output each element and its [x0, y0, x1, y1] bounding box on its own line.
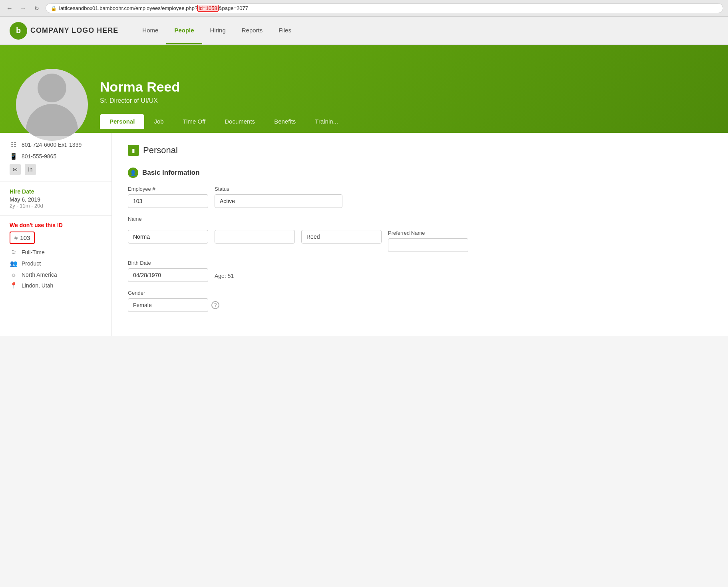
first-name-input[interactable]	[128, 230, 208, 244]
nav-hiring[interactable]: Hiring	[202, 17, 234, 44]
office-phone-item: ☷ 801-724-6600 Ext. 1339	[10, 141, 102, 148]
location-icon: 📍	[10, 282, 18, 289]
social-icons: ✉ in	[10, 164, 102, 175]
hire-date-label: Hire Date	[10, 188, 102, 195]
birth-date-input[interactable]	[128, 268, 208, 282]
division-item: ☼ North America	[10, 271, 102, 278]
tab-benefits[interactable]: Benefits	[265, 114, 305, 129]
email-icon[interactable]: ✉	[10, 164, 21, 175]
department: Product	[22, 260, 41, 267]
tab-documents[interactable]: Documents	[215, 114, 265, 129]
employee-id: 103	[20, 234, 30, 241]
employee-num-label: Employee #	[128, 186, 208, 192]
first-name-group	[128, 230, 208, 252]
content-wrapper: ☷ 801-724-6600 Ext. 1339 📱 801-555-9865 …	[0, 133, 728, 336]
office-phone-icon: ☷	[10, 141, 18, 148]
birth-date-group: Birth Date	[128, 260, 208, 282]
forward-button[interactable]: →	[18, 4, 28, 13]
nav-reports[interactable]: Reports	[234, 17, 271, 44]
tab-job[interactable]: Job	[144, 114, 173, 129]
contact-section: ☷ 801-724-6600 Ext. 1339 📱 801-555-9865 …	[0, 141, 111, 182]
department-icon: 👥	[10, 260, 18, 267]
profile-hero: Norma Reed Sr. Director of UI/UX Persona…	[0, 45, 728, 133]
avatar-container	[16, 69, 88, 141]
middle-name-input[interactable]	[215, 230, 295, 244]
location: Lindon, Utah	[22, 282, 53, 289]
back-button[interactable]: ←	[5, 4, 14, 13]
sidebar: ☷ 801-724-6600 Ext. 1339 📱 801-555-9865 …	[0, 133, 112, 336]
employee-num-input[interactable]	[128, 194, 208, 208]
birth-date-label: Birth Date	[128, 260, 208, 266]
nav-home[interactable]: Home	[134, 17, 166, 44]
last-name-input[interactable]	[301, 230, 382, 244]
subsection-header: 👤 Basic Information	[128, 168, 712, 178]
name-row: Name	[128, 216, 712, 222]
birth-date-row: Birth Date Age: 51	[128, 260, 712, 282]
profile-job-title: Sr. Director of UI/UX	[100, 97, 712, 104]
linkedin-icon[interactable]: in	[25, 164, 36, 175]
address-bar-wrapper: 🔒 latticesandbox01.bamboohr.com/employee…	[46, 3, 723, 13]
gender-label: Gender	[128, 290, 219, 296]
department-item: 👥 Product	[10, 260, 102, 267]
name-label-group: Name	[128, 216, 142, 222]
url-id-highlight: id=1058	[197, 5, 219, 12]
company-logo: b	[10, 22, 27, 40]
mobile-phone-item: 📱 801-555-9865	[10, 152, 102, 160]
employee-status-row: Employee # Status	[128, 186, 712, 208]
meta-list: ⚞ Full-Time 👥 Product ☼ North America 📍 …	[0, 249, 111, 289]
office-phone: 801-724-6600 Ext. 1339	[22, 142, 82, 148]
status-label: Status	[215, 186, 342, 192]
last-name-group	[301, 230, 382, 252]
mobile-phone: 801-555-9865	[22, 153, 56, 160]
hire-date-section: Hire Date May 6, 2019 2y - 11m - 20d	[0, 188, 111, 216]
gender-row: Gender ?	[128, 290, 712, 312]
employment-type-icon: ⚞	[10, 249, 18, 256]
employee-id-badge: # 103	[10, 232, 35, 244]
url-suffix: &page=2077	[219, 5, 248, 11]
lock-icon: 🔒	[51, 6, 57, 11]
preferred-name-input[interactable]	[388, 238, 468, 252]
profile-name: Norma Reed	[100, 79, 712, 95]
main-panel: ▮ Personal 👤 Basic Information Employee …	[112, 133, 728, 336]
preferred-name-label: Preferred Name	[388, 230, 468, 236]
name-inputs-row: Preferred Name	[128, 230, 712, 252]
mobile-phone-icon: 📱	[10, 152, 18, 160]
location-item: 📍 Lindon, Utah	[10, 282, 102, 289]
preferred-name-group: Preferred Name	[388, 230, 468, 252]
avatar-body	[26, 104, 78, 136]
reload-button[interactable]: ↻	[32, 4, 42, 13]
we-use-id-label: We use this ID	[367, 0, 402, 0]
nav-files[interactable]: Files	[271, 17, 299, 44]
hire-date-duration: 2y - 11m - 20d	[10, 203, 102, 209]
avatar	[16, 69, 88, 141]
nav-people[interactable]: People	[166, 17, 202, 44]
division-icon: ☼	[10, 271, 18, 278]
section-header: ▮ Personal	[128, 145, 712, 161]
personal-section-icon: ▮	[128, 145, 139, 156]
tab-training[interactable]: Trainin...	[305, 114, 348, 129]
url-prefix: latticesandbox01.bamboohr.com/employees/…	[59, 5, 197, 11]
gender-group: Gender ?	[128, 290, 219, 312]
url-text: latticesandbox01.bamboohr.com/employees/…	[59, 5, 248, 11]
employment-type-item: ⚞ Full-Time	[10, 249, 102, 256]
age-display: Age: 51	[215, 260, 234, 282]
hash-icon: #	[14, 234, 18, 241]
middle-name-group	[215, 230, 295, 252]
address-bar[interactable]: 🔒 latticesandbox01.bamboohr.com/employee…	[46, 3, 723, 13]
avatar-head	[38, 74, 66, 102]
tab-time-off[interactable]: Time Off	[173, 114, 215, 129]
division: North America	[22, 272, 57, 278]
logo-area: b COMPANY LOGO HERE	[10, 22, 118, 40]
tab-personal[interactable]: Personal	[100, 114, 144, 129]
section-title: Personal	[143, 145, 178, 156]
app-header: b COMPANY LOGO HERE Home People Hiring R…	[0, 17, 728, 45]
hire-date-value: May 6, 2019	[10, 196, 102, 203]
browser-chrome: ← → ↻ 🔒 latticesandbox01.bamboohr.com/em…	[0, 0, 728, 17]
gender-help-icon[interactable]: ?	[211, 301, 219, 309]
we-dont-use-id-label: We don't use this ID	[0, 222, 111, 228]
main-nav: Home People Hiring Reports Files	[134, 17, 299, 44]
gender-input[interactable]	[128, 298, 208, 312]
employee-num-group: Employee #	[128, 186, 208, 208]
basic-info-title: Basic Information	[142, 169, 200, 177]
status-input[interactable]	[215, 194, 342, 208]
